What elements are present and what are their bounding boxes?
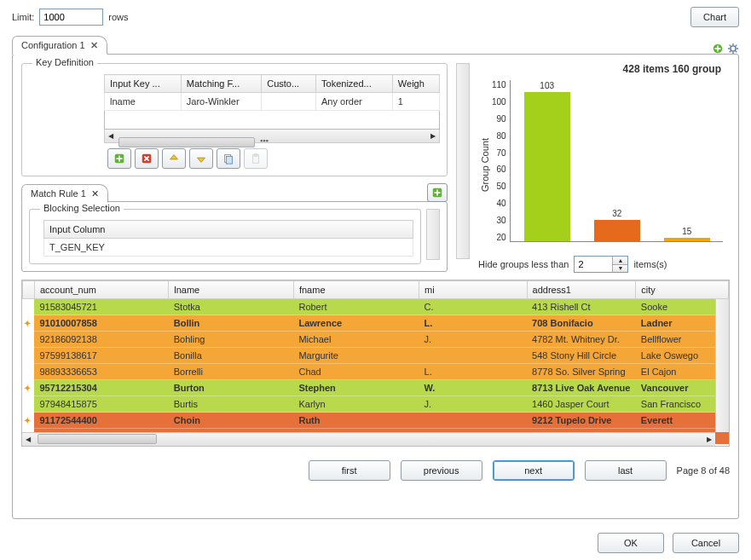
v-scrollbar[interactable] [715,299,729,432]
col-custom[interactable]: Custo... [262,75,316,93]
group-marker-icon: ✦ [24,384,31,393]
v-scrollbar[interactable] [456,63,470,259]
col-weight[interactable]: Weigh [392,75,439,93]
col-tokenized[interactable]: Tokenized... [316,75,393,93]
h-scrollbar[interactable]: ◀ ▶ [22,432,715,446]
rows-suffix: rows [108,12,128,22]
group-count-chart: Group Count 1101009080706050403020 10332… [478,80,730,251]
key-definition-table: Input Key ... Matching F... Custo... Tok… [104,74,440,111]
table-row[interactable]: ✦91010007858BollinLawrenceL.708 Bonifaci… [23,315,729,332]
section-title: Key Definition [32,57,97,67]
blocking-table: Input Column T_GEN_KEY [43,220,413,257]
move-up-button[interactable] [162,148,186,169]
items-suffix: items(s) [633,259,667,269]
svg-line-7 [736,51,737,53]
v-scrollbar[interactable] [426,209,440,260]
bar-value-label: 103 [524,81,570,90]
chart-title: 428 items 160 group [478,63,730,80]
cancel-button[interactable]: Cancel [673,533,739,553]
col-account_num[interactable]: account_num [34,281,168,299]
last-button[interactable]: last [585,460,667,481]
col-input-column[interactable]: Input Column [44,221,413,239]
svg-point-1 [731,46,736,51]
table-row[interactable]: 91583045721StotkaRobertC.413 Rishell CtS… [23,299,729,315]
table-row[interactable]: 92186092138BohlingMichaelJ.4782 Mt. Whit… [23,332,729,348]
spinner-up-icon[interactable]: ▲ [613,257,627,265]
match-rule-container: Match Rule 1 ✕ Blocking Selection In [21,183,448,272]
y-axis-label: Group Count [478,80,492,251]
add-icon[interactable] [712,43,724,55]
results-table: account_numlnamefnamemiaddress1city 9158… [22,280,729,444]
copy-button[interactable] [217,148,240,169]
first-button[interactable]: first [309,460,390,481]
col-input-key[interactable]: Input Key ... [105,75,182,93]
table-row[interactable]: 97948415875BurtisKarlynJ.1460 Jasper Cou… [23,396,729,413]
svg-line-8 [736,45,737,47]
key-definition-section: Key Definition Input Key ... Matching F.… [21,63,448,176]
col-city[interactable]: city [636,281,729,299]
bar-value-label: 32 [594,209,640,218]
hide-groups-spinner[interactable]: ▲▼ [574,256,628,273]
ok-button[interactable]: OK [598,533,664,553]
results-table-container: account_numlnamefnamemiaddress1city 9158… [21,280,730,447]
limit-label: Limit: [12,12,34,22]
col-lname[interactable]: lname [169,281,294,299]
hide-groups-input[interactable] [575,257,612,272]
svg-line-6 [730,45,731,47]
bar-value-label: 15 [664,227,710,236]
next-button[interactable]: next [493,460,575,481]
add-button[interactable] [107,148,131,169]
table-row[interactable]: ✦91172544400ChoinRuth9212 Tupelo DriveEv… [23,413,729,429]
col-fname[interactable]: fname [293,281,419,299]
group-marker-icon: ✦ [24,319,31,328]
limit-input[interactable] [39,9,103,26]
y-axis-ticks: 1101009080706050403020 [492,80,510,242]
add-match-rule-button[interactable] [427,183,448,202]
page-indicator: Page 8 of 48 [677,465,730,476]
close-icon[interactable]: ✕ [90,40,98,51]
col-address1[interactable]: address1 [527,281,636,299]
table-row[interactable]: ✦95712215304BurtonStephenW.8713 Live Oak… [23,380,729,396]
table-row[interactable]: T_GEN_KEY [44,239,413,257]
tab-configuration-1[interactable]: Configuration 1 ✕ [12,36,107,55]
col-mi[interactable]: mi [419,281,528,299]
close-icon[interactable]: ✕ [91,188,99,199]
paste-button[interactable] [244,148,268,169]
tab-label: Match Rule 1 [31,188,86,199]
hide-groups-label: Hide groups less than [478,259,569,269]
tab-match-rule-1[interactable]: Match Rule 1 ✕ [21,184,108,203]
spinner-down-icon[interactable]: ▼ [613,265,627,273]
tab-label: Configuration 1 [21,40,85,50]
table-row[interactable]: 98893336653BorrelliChadL.8778 So. Silver… [23,364,729,380]
col-matching-func[interactable]: Matching F... [181,75,261,93]
blocking-selection-section: Blocking Selection Input Column T_GEN_KE… [29,209,421,264]
h-scrollbar[interactable]: ◀ ▪▪▪ ▶ [104,130,440,143]
delete-button[interactable] [135,148,159,169]
svg-rect-15 [254,154,257,157]
table-row[interactable]: 97599138617BonillaMargurite548 Stony Hil… [23,348,729,364]
table-row[interactable]: lname Jaro-Winkler Any order 1 [105,93,440,111]
svg-line-9 [730,51,731,53]
gear-icon[interactable] [727,43,739,55]
section-title: Blocking Selection [40,203,124,213]
move-down-button[interactable] [189,148,213,169]
chart-bar [524,92,570,241]
svg-rect-13 [226,156,232,164]
previous-button[interactable]: previous [401,460,482,481]
chart-bar [594,220,640,241]
group-marker-icon: ✦ [24,416,31,425]
chart-bar [664,238,710,241]
chart-button[interactable]: Chart [690,7,739,27]
